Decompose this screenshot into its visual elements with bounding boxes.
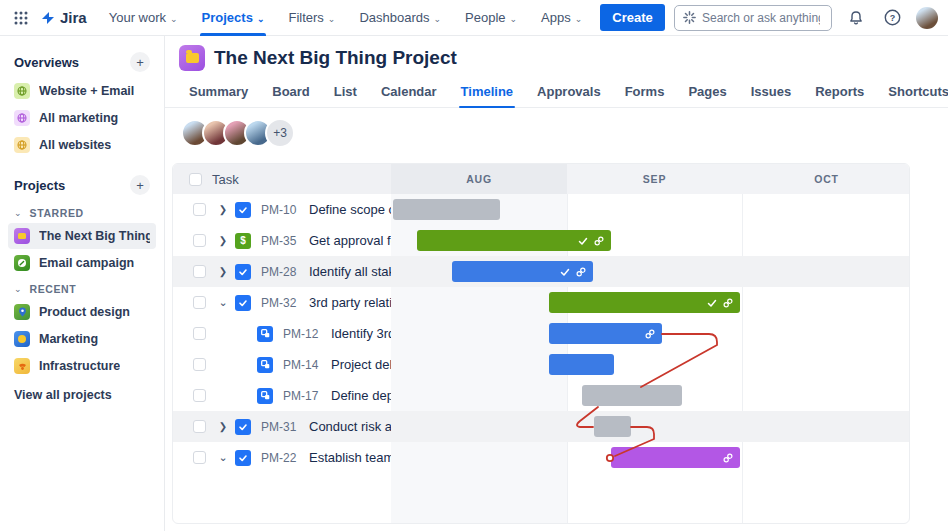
gantt-row [391, 318, 910, 349]
nav-item-apps[interactable]: Apps⌄ [529, 0, 594, 36]
select-all-checkbox[interactable] [189, 173, 202, 186]
add-project-button[interactable]: + [130, 175, 150, 195]
global-search[interactable] [674, 5, 832, 31]
app-switcher-icon[interactable] [8, 5, 34, 31]
projects-heading: Projects [14, 178, 65, 193]
tab-label: Approvals [537, 84, 601, 99]
nav-item-dashboards[interactable]: Dashboards⌄ [347, 0, 453, 36]
gantt-row [391, 442, 910, 473]
task-row[interactable]: ❯PM-28Identify all stakeholde [173, 256, 391, 287]
nav-item-label: Filters [288, 10, 323, 25]
chevron-right-icon[interactable]: ❯ [216, 235, 230, 246]
overviews-heading: Overviews [14, 55, 79, 70]
nav-item-your-work[interactable]: Your work⌄ [97, 0, 190, 36]
sidebar-item-email-campaign[interactable]: Email campaign [8, 250, 156, 276]
tab-calendar[interactable]: Calendar [379, 78, 439, 107]
nav-item-people[interactable]: People⌄ [453, 0, 529, 36]
issue-key: PM-17 [283, 389, 325, 403]
gantt-bar-pm-17[interactable] [582, 385, 682, 406]
gantt-bar-pm-35[interactable] [417, 230, 611, 251]
chevron-down-icon[interactable]: ⌄ [216, 296, 230, 309]
gantt-bar-pm-28[interactable] [452, 261, 593, 282]
row-checkbox[interactable] [193, 451, 206, 464]
sidebar-item-infrastructure[interactable]: Infrastructure [8, 353, 156, 379]
grid-icon [14, 11, 28, 25]
row-checkbox[interactable] [193, 234, 206, 247]
task-row[interactable]: ⌄PM-323rd party relation [173, 287, 391, 318]
row-checkbox[interactable] [193, 327, 206, 340]
issue-summary: Conduct risk assesme [309, 419, 391, 434]
task-row[interactable]: PM-14Project delivery [173, 349, 391, 380]
search-input[interactable] [702, 11, 820, 25]
sidebar-item-the-next-big-thing-project[interactable]: The Next Big Thing Project [8, 223, 156, 249]
sidebar-item-product-design[interactable]: Product design [8, 299, 156, 325]
nav-item-label: Your work [109, 10, 166, 25]
primary-nav: Your work⌄Projects⌄Filters⌄Dashboards⌄Pe… [97, 0, 595, 36]
tab-board[interactable]: Board [270, 78, 312, 107]
tab-reports[interactable]: Reports [813, 78, 866, 107]
chevron-down-icon: ⌄ [14, 208, 22, 218]
chevron-right-icon[interactable]: ❯ [216, 204, 230, 215]
task-header-label: Task [212, 172, 239, 187]
top-navigation-bar: Jira Your work⌄Projects⌄Filters⌄Dashboar… [0, 0, 948, 36]
tab-label: List [334, 84, 357, 99]
add-overview-button[interactable]: + [130, 52, 150, 72]
avatar-overflow-count[interactable]: +3 [265, 118, 295, 148]
help-button[interactable]: ? [880, 6, 904, 30]
gantt-bar-pm-14[interactable] [549, 354, 614, 375]
gantt-bar-pm-31[interactable] [594, 416, 631, 437]
notifications-button[interactable] [844, 6, 868, 30]
row-checkbox[interactable] [193, 265, 206, 278]
create-button[interactable]: Create [600, 4, 664, 31]
task-row[interactable]: PM-12Identify 3rd party [173, 318, 391, 349]
row-checkbox[interactable] [193, 389, 206, 402]
sidebar-item-label: Product design [39, 305, 130, 319]
view-all-projects-link[interactable]: View all projects [8, 380, 156, 410]
row-checkbox[interactable] [193, 296, 206, 309]
chevron-right-icon[interactable]: ❯ [216, 266, 230, 277]
issue-summary: Project delivery [331, 357, 391, 372]
gantt-bar-pm-32[interactable] [549, 292, 740, 313]
task-row[interactable]: ⌄PM-22Establish team and re [173, 442, 391, 473]
sidebar-item-all-websites[interactable]: All websites [8, 132, 156, 158]
row-checkbox[interactable] [193, 420, 206, 433]
tab-timeline[interactable]: Timeline [459, 78, 516, 107]
sidebar-item-website-email[interactable]: Website + Email [8, 78, 156, 104]
sidebar-item-marketing[interactable]: Marketing [8, 326, 156, 352]
gantt-bar-pm-12[interactable] [549, 323, 662, 344]
tab-issues[interactable]: Issues [749, 78, 793, 107]
jira-logo[interactable]: Jira [40, 9, 87, 26]
issue-summary: Identify all stakeholde [309, 264, 391, 279]
nav-item-projects[interactable]: Projects⌄ [190, 0, 277, 36]
gantt-bar-pm-22[interactable] [611, 447, 740, 468]
tab-summary[interactable]: Summary [187, 78, 250, 107]
link-icon [645, 329, 655, 339]
task-row[interactable]: ❯PM-31Conduct risk assesme [173, 411, 391, 442]
sidebar-item-all-marketing[interactable]: All marketing [8, 105, 156, 131]
tab-list[interactable]: List [332, 78, 359, 107]
tab-forms[interactable]: Forms [623, 78, 667, 107]
issue-key: PM-22 [261, 451, 303, 465]
tab-label: Pages [688, 84, 726, 99]
link-icon [576, 267, 586, 277]
row-checkbox[interactable] [193, 358, 206, 371]
project-group-label: STARRED [30, 207, 84, 219]
question-icon: ? [884, 9, 901, 26]
tab-shortcuts[interactable]: Shortcuts⌄ [886, 78, 948, 107]
sidebar-item-label: Website + Email [39, 84, 134, 98]
tab-approvals[interactable]: Approvals [535, 78, 603, 107]
nav-item-filters[interactable]: Filters⌄ [276, 0, 347, 36]
task-row[interactable]: ❯$PM-35Get approval for fundi [173, 225, 391, 256]
tab-pages[interactable]: Pages [686, 78, 728, 107]
chevron-down-icon[interactable]: ⌄ [216, 451, 230, 464]
gantt-bar-pm-10[interactable] [393, 199, 500, 220]
row-checkbox[interactable] [193, 203, 206, 216]
task-row[interactable]: ❯PM-10Define scope of proje [173, 194, 391, 225]
task-row[interactable]: PM-17Define dependen [173, 380, 391, 411]
project-groups: ⌄STARREDThe Next Big Thing ProjectEmail … [8, 201, 156, 379]
user-avatar[interactable] [916, 7, 938, 29]
project-group-recent[interactable]: ⌄RECENT [8, 277, 156, 299]
project-group-starred[interactable]: ⌄STARRED [8, 201, 156, 223]
chevron-right-icon[interactable]: ❯ [216, 421, 230, 432]
project-members: +3 [181, 118, 948, 148]
